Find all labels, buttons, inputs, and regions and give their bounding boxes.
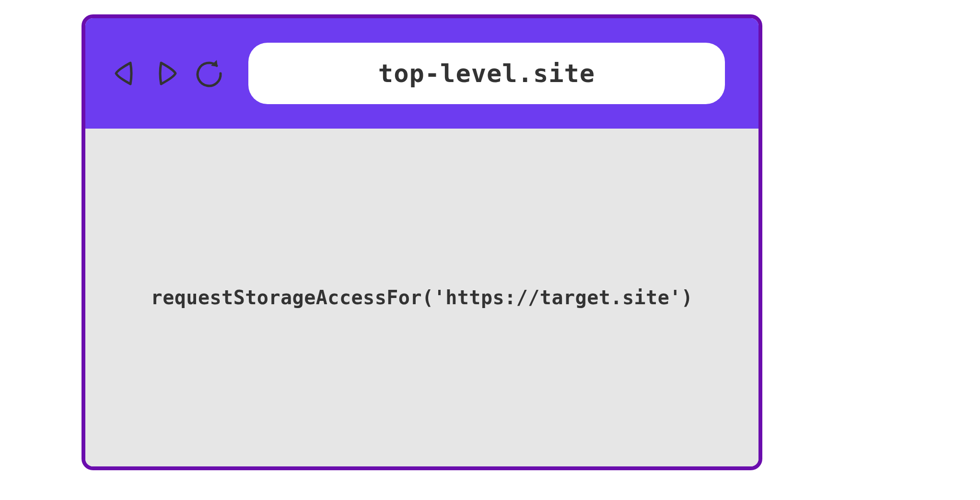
address-bar-text: top-level.site <box>378 59 595 88</box>
address-bar[interactable]: top-level.site <box>248 43 725 104</box>
nav-icon-group <box>109 58 224 89</box>
code-snippet: requestStorageAccessFor('https://target.… <box>151 286 693 309</box>
back-icon[interactable] <box>109 58 140 89</box>
browser-toolbar: top-level.site <box>85 18 758 129</box>
forward-icon[interactable] <box>152 58 182 89</box>
browser-window: top-level.site requestStorageAccessFor('… <box>82 14 762 470</box>
page-content: requestStorageAccessFor('https://target.… <box>85 129 758 466</box>
reload-icon[interactable] <box>194 58 224 89</box>
